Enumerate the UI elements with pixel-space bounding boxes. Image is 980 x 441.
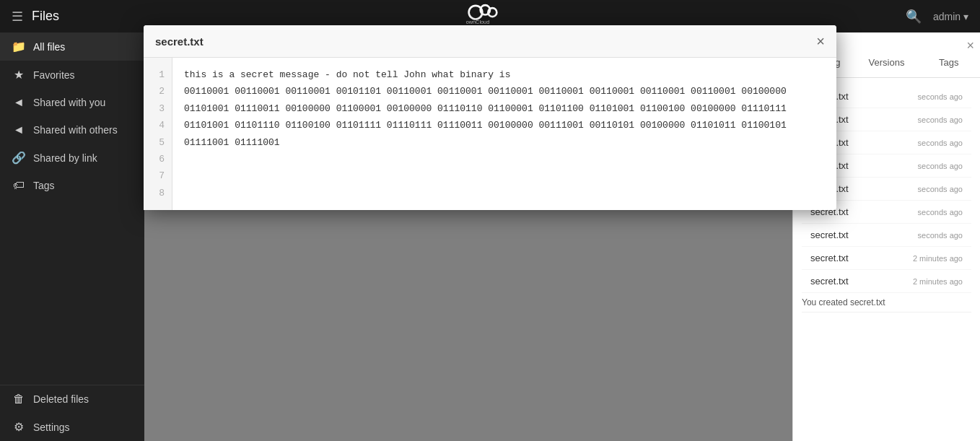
file-timestamp: seconds ago — [918, 162, 963, 170]
topbar-right: 🔍 admin ▾ — [906, 9, 968, 25]
file-timestamp: seconds ago — [918, 185, 963, 193]
modal-header: secret.txt × — [144, 25, 836, 58]
topbar-left: ☰ Files — [12, 9, 59, 25]
file-list-item[interactable]: secret.txt2 minutes ago — [802, 270, 971, 293]
line-number: 3 — [151, 100, 165, 117]
file-name: secret.txt — [810, 230, 849, 240]
sidebar-item-settings[interactable]: ⚙ Settings — [0, 413, 144, 441]
line-number: 6 — [151, 151, 165, 167]
file-timestamp: seconds ago — [918, 92, 963, 101]
trash-icon: 🗑 — [12, 393, 26, 406]
star-icon: ★ — [12, 68, 26, 82]
file-timestamp: seconds ago — [918, 115, 963, 124]
right-panel-close[interactable]: × — [966, 38, 974, 53]
link-icon: 🔗 — [12, 151, 26, 165]
sidebar-item-shared-by-link[interactable]: 🔗 Shared by link — [0, 144, 144, 172]
sidebar-label-shared-with-others: Shared with others — [33, 124, 118, 136]
file-timestamp: seconds ago — [918, 139, 963, 147]
file-name: secret.txt — [810, 253, 849, 263]
sidebar-label-favorites: Favorites — [33, 69, 75, 81]
share-you-icon: ◄ — [12, 96, 26, 109]
line-numbers: 12345678 — [144, 58, 172, 210]
modal-close-button[interactable]: × — [816, 34, 825, 48]
line-number: 2 — [151, 83, 165, 100]
code-line: this is a secret message - do not tell J… — [184, 66, 825, 83]
file-list-item[interactable]: secret.txtseconds ago — [802, 224, 971, 247]
sidebar: 📁 All files ★ Favorites ◄ Shared with yo… — [0, 32, 144, 441]
line-number: 1 — [151, 66, 165, 83]
code-line: 01101001 01110011 00100000 01100001 0010… — [184, 100, 825, 117]
file-timestamp: 2 minutes ago — [913, 277, 963, 286]
file-list-item[interactable]: secret.txt2 minutes ago — [802, 247, 971, 270]
admin-menu[interactable]: admin ▾ — [933, 11, 968, 22]
sidebar-item-deleted-files[interactable]: 🗑 Deleted files — [0, 385, 144, 413]
sidebar-item-favorites[interactable]: ★ Favorites — [0, 61, 144, 89]
sidebar-item-shared-with-you[interactable]: ◄ Shared with you — [0, 89, 144, 116]
code-line: 01111001 01111001 — [184, 134, 825, 151]
code-line: 00110001 00110001 00110001 00101101 0011… — [184, 83, 825, 100]
line-number: 7 — [151, 167, 165, 184]
file-timestamp: seconds ago — [918, 208, 963, 217]
sidebar-label-shared-by-link: Shared by link — [33, 152, 97, 164]
sidebar-item-all-files[interactable]: 📁 All files — [0, 32, 144, 61]
modal-body: 12345678 this is a secret message - do n… — [144, 58, 836, 210]
share-others-icon: ◄ — [12, 123, 26, 136]
file-timestamp: seconds ago — [918, 231, 963, 240]
sidebar-label-all-files: All files — [33, 41, 65, 53]
owncloud-logo: ownCloud — [461, 2, 519, 27]
search-icon[interactable]: 🔍 — [906, 9, 922, 25]
svg-text:ownCloud: ownCloud — [466, 19, 490, 25]
line-number: 4 — [151, 117, 165, 134]
file-viewer-modal: secret.txt × 12345678 this is a secret m… — [144, 25, 836, 210]
folder-icon: 📁 — [12, 40, 26, 53]
file-name: secret.txt — [810, 276, 849, 287]
code-line: 01101001 01101110 01100100 01101111 0111… — [184, 117, 825, 134]
modal-title: secret.txt — [155, 35, 204, 48]
code-content: this is a secret message - do not tell J… — [172, 58, 836, 210]
sidebar-item-tags[interactable]: 🏷 Tags — [0, 172, 144, 199]
sidebar-label-shared-with-you: Shared with you — [33, 97, 105, 108]
app-title: Files — [32, 9, 59, 24]
gear-icon: ⚙ — [12, 420, 26, 434]
tab-versions[interactable]: Versions — [855, 49, 917, 77]
line-number: 5 — [151, 134, 165, 151]
tag-icon: 🏷 — [12, 179, 26, 192]
line-number: 8 — [151, 185, 165, 201]
file-timestamp: 2 minutes ago — [913, 254, 963, 263]
sidebar-label-tags: Tags — [33, 180, 55, 191]
activity-item: You created secret.txt — [802, 293, 971, 313]
sidebar-label-deleted-files: Deleted files — [33, 393, 89, 405]
sidebar-item-shared-with-others[interactable]: ◄ Shared with others — [0, 116, 144, 144]
sidebar-label-settings: Settings — [33, 422, 70, 433]
hamburger-icon[interactable]: ☰ — [12, 9, 23, 25]
